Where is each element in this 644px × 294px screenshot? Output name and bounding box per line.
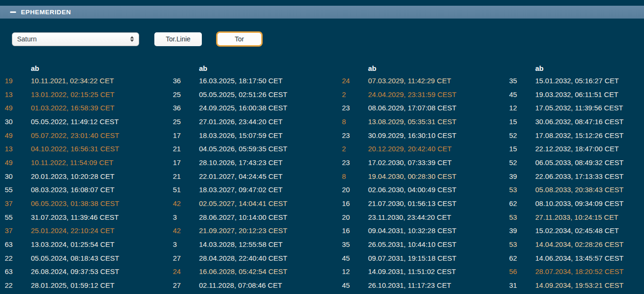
- transit-datetime: 13.03.2024, 01:25:54 CET: [31, 240, 114, 248]
- ephemeris-row: 2702.11.2028, 07:08:46 CET: [173, 278, 287, 292]
- transit-datetime: 24.09.2025, 16:00:38 CEST: [199, 104, 287, 112]
- gate-number: 25: [173, 118, 199, 126]
- transit-datetime: 05.05.2025, 02:51:26 CEST: [199, 90, 287, 98]
- gate-number: 36: [173, 77, 199, 85]
- ephemeris-row: 2416.06.2028, 05:42:54 CEST: [173, 265, 287, 279]
- transit-datetime: 14.09.2031, 11:51:02 CEST: [368, 267, 456, 275]
- ephemeris-row: 1609.04.2031, 10:32:28 CEST: [342, 224, 456, 238]
- gate-number: 27: [173, 281, 199, 289]
- transit-datetime: 17.05.2032, 11:39:56 CEST: [535, 104, 623, 112]
- gate-number: 63: [5, 240, 31, 248]
- gate-number: 49: [5, 131, 31, 139]
- transit-datetime: 02.11.2028, 07:08:46 CET: [199, 281, 282, 289]
- transit-datetime: 05.08.2033, 20:38:43 CEST: [535, 186, 624, 194]
- transit-datetime: 04.05.2026, 05:59:35 CEST: [199, 145, 287, 153]
- gate-number: 42: [173, 199, 199, 207]
- gate-number: 23: [342, 104, 368, 112]
- select-spinner-icon: [130, 36, 134, 42]
- ephemeris-column: ab3616.03.2025, 18:17:50 CET2505.05.2025…: [173, 62, 287, 292]
- ephemeris-row: 1304.10.2022, 16:56:31 CEST: [5, 142, 119, 156]
- gate-number: 49: [5, 158, 31, 167]
- transit-datetime: 21.09.2027, 20:12:23 CEST: [199, 226, 287, 235]
- controls-bar: Saturn Tor.Linie Tor: [12, 31, 263, 47]
- ephemeris-row: 2023.11.2030, 23:44:20 CET: [342, 210, 456, 224]
- ephemeris-row: 6313.03.2024, 01:25:54 CET: [5, 237, 119, 251]
- transit-datetime: 01.03.2022, 16:58:39 CET: [31, 104, 114, 112]
- gate-number: 8: [342, 118, 368, 126]
- gate-number: 21: [173, 172, 199, 180]
- ephemeris-column: ab2407.03.2029, 11:42:29 CET224.04.2029,…: [342, 62, 456, 292]
- gate-number: 16: [342, 199, 368, 207]
- ephemeris-row: 4221.09.2027, 20:12:23 CEST: [173, 224, 287, 238]
- transit-datetime: 22.06.2033, 17:13:33 CEST: [535, 172, 624, 180]
- transit-datetime: 19.04.2030, 00:28:30 CEST: [368, 172, 456, 180]
- ephemeris-row: 3114.09.2034, 19:53:21 CEST: [509, 278, 624, 292]
- transit-datetime: 20.12.2029, 20:42:40 CET: [368, 145, 452, 153]
- transit-datetime: 30.09.2029, 16:30:10 CEST: [368, 131, 456, 139]
- gate-number: 17: [173, 131, 199, 139]
- transit-datetime: 14.06.2034, 13:45:57 CEST: [535, 254, 624, 262]
- gate-number: 15: [509, 118, 535, 126]
- ephemeris-row: 4202.05.2027, 14:04:41 CEST: [173, 196, 287, 210]
- panel-title: EPHEMERIDEN: [21, 9, 71, 16]
- column-header-ab: ab: [535, 62, 624, 74]
- ephemeris-row: 328.06.2027, 10:14:00 CEST: [173, 210, 287, 224]
- ephemeris-row: 3706.05.2023, 01:38:38 CEST: [5, 196, 119, 210]
- gate-number: 53: [509, 240, 535, 248]
- ephemeris-row: 6208.10.2033, 09:34:09 CEST: [509, 196, 624, 210]
- panel-header: EPHEMERIDEN: [0, 6, 644, 19]
- ephemeris-row: 2205.05.2024, 08:18:43 CEST: [5, 251, 119, 265]
- gate-number: 13: [5, 90, 31, 98]
- transit-datetime: 02.06.2030, 04:00:49 CEST: [368, 186, 456, 194]
- transit-datetime: 25.01.2024, 22:10:24 CET: [31, 226, 114, 235]
- ephemeris-row: 3515.01.2032, 05:16:27 CET: [509, 74, 624, 88]
- planet-select[interactable]: Saturn: [12, 32, 139, 46]
- gate-number: 63: [5, 267, 31, 275]
- ephemeris-row: 6214.06.2034, 13:45:57 CEST: [509, 251, 624, 265]
- transit-datetime: 18.03.2027, 09:47:02 CET: [199, 186, 283, 194]
- transit-datetime: 17.02.2030, 07:33:39 CET: [368, 158, 452, 167]
- ephemeris-column: ab3515.01.2032, 05:16:27 CET4519.03.2032…: [509, 62, 624, 292]
- transit-datetime: 13.01.2022, 02:15:25 CET: [31, 90, 114, 98]
- transit-datetime: 08.06.2029, 17:07:08 CEST: [368, 104, 456, 112]
- planet-select-value: Saturn: [17, 35, 37, 43]
- gate-number: 39: [509, 226, 535, 235]
- gate-number: 51: [173, 186, 199, 194]
- ephemeris-row: 5531.07.2023, 11:39:46 CEST: [5, 210, 119, 224]
- gate-number: 39: [509, 172, 535, 180]
- transit-datetime: 16.03.2025, 18:17:50 CET: [199, 77, 283, 85]
- ephemeris-row: 3526.05.2031, 10:44:10 CEST: [342, 237, 456, 251]
- transit-datetime: 26.05.2031, 10:44:10 CEST: [368, 240, 456, 248]
- gate-number: 22: [5, 281, 31, 289]
- gate-number: 23: [342, 158, 368, 167]
- gate-number: 21: [173, 145, 199, 153]
- gate-number: 8: [342, 172, 368, 180]
- transit-datetime: 10.11.2021, 02:34:22 CET: [31, 77, 114, 85]
- gate-number: 3: [173, 240, 199, 248]
- transit-datetime: 31.07.2023, 11:39:46 CEST: [31, 213, 119, 221]
- tor-linie-button[interactable]: Tor.Linie: [154, 32, 202, 46]
- ephemeris-row: 220.12.2029, 20:42:40 CET: [342, 142, 456, 156]
- gate-number: 45: [342, 281, 368, 289]
- gate-number: 20: [342, 213, 368, 221]
- ephemeris-row: 3922.06.2033, 17:13:33 CEST: [509, 169, 624, 183]
- gate-number: 24: [342, 77, 368, 85]
- gate-number: 62: [509, 199, 535, 207]
- ephemeris-row: 2505.05.2025, 02:51:26 CEST: [173, 88, 287, 101]
- transit-datetime: 26.08.2024, 09:37:53 CEST: [31, 267, 119, 275]
- gate-number: 30: [5, 172, 31, 180]
- ephemeris-row: 3616.03.2025, 18:17:50 CET: [173, 74, 287, 88]
- tor-button[interactable]: Tor: [216, 31, 263, 47]
- ephemeris-row: 6326.08.2024, 09:37:53 CEST: [5, 265, 119, 279]
- transit-datetime: 09.07.2031, 19:15:18 CEST: [368, 254, 456, 262]
- ephemeris-row: 2527.01.2026, 23:44:20 CET: [173, 115, 287, 128]
- gate-number: 56: [509, 267, 535, 275]
- collapse-minus-icon[interactable]: [10, 11, 16, 13]
- ephemeris-row: 2104.05.2026, 05:59:35 CEST: [173, 142, 287, 156]
- gate-number: 22: [5, 254, 31, 262]
- ephemeris-row: 1530.06.2032, 08:47:16 CEST: [509, 115, 624, 128]
- ephemeris-row: 2002.06.2030, 04:00:49 CEST: [342, 183, 456, 197]
- ephemeris-row: 314.03.2028, 12:55:58 CET: [173, 237, 287, 251]
- transit-datetime: 14.03.2028, 12:55:58 CET: [199, 240, 283, 248]
- ephemeris-row: 3020.01.2023, 10:20:28 CET: [5, 169, 119, 183]
